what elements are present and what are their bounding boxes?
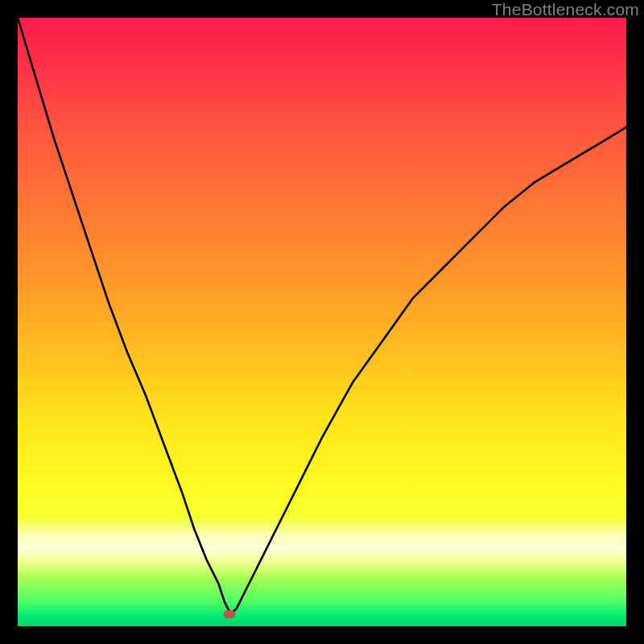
watermark-text: TheBottleneck.com — [492, 0, 639, 19]
curve-layer — [18, 18, 626, 626]
bottleneck-curve — [18, 18, 626, 614]
plot-area — [18, 18, 626, 626]
curve-min-marker — [224, 610, 235, 618]
chart-root: TheBottleneck.com — [0, 0, 644, 644]
